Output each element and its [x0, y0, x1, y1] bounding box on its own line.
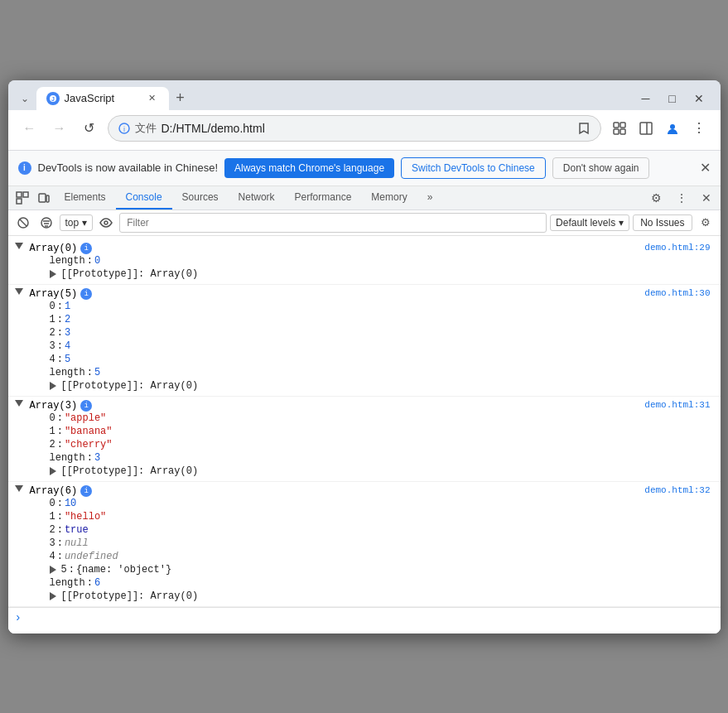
infobar-icon: i	[18, 161, 31, 175]
prompt-arrow: ›	[15, 611, 22, 624]
svg-line-17	[20, 219, 27, 226]
array-header-4: Array(6) i	[30, 485, 642, 497]
devtools-settings-button[interactable]: ⚙	[646, 187, 668, 209]
address-prefix: 文件	[135, 121, 157, 136]
close-button[interactable]: ✕	[687, 87, 711, 110]
prop-line: 3: null	[50, 537, 642, 550]
array-info-badge-3[interactable]: i	[80, 400, 92, 412]
devtools-close-button[interactable]: ✕	[696, 187, 717, 209]
nav-actions: ⋮	[608, 117, 711, 140]
toggle-2[interactable]	[8, 287, 27, 298]
context-value: top	[65, 217, 80, 229]
tab-performance[interactable]: Performance	[285, 186, 362, 210]
console-entry-1: Array(0) i length : 0 [[Prototype	[8, 239, 721, 285]
array-header-2: Array(5) i	[30, 288, 642, 300]
tab-favicon: J	[46, 92, 60, 105]
prop-line: 2: "cherry"	[50, 438, 642, 451]
array-info-badge-2[interactable]: i	[80, 288, 92, 300]
entry4-content: Array(6) i 0: 10 1: "hello" 2: true	[27, 484, 645, 605]
tab-elements[interactable]: Elements	[55, 186, 116, 210]
tab-more[interactable]: »	[417, 186, 443, 210]
issues-badge: No Issues	[633, 214, 692, 231]
prop-line: 1: "hello"	[50, 510, 642, 523]
array-header-3: Array(3) i	[30, 400, 642, 412]
prop-line: [[Prototype]]: Array(0)	[50, 590, 642, 603]
switch-devtools-button[interactable]: Switch DevTools to Chinese	[401, 157, 546, 179]
svg-point-10	[670, 124, 675, 129]
infobar-close-button[interactable]: ✕	[700, 160, 711, 176]
array-body-3: 0: "apple" 1: "banana" 2: "cherry" lengt…	[30, 412, 642, 478]
console-output: Array(0) i length : 0 [[Prototype	[8, 236, 721, 634]
tab-list-button[interactable]: ⌄	[18, 92, 31, 105]
prop-line: length: 3	[50, 451, 642, 465]
svg-rect-5	[620, 123, 625, 128]
new-tab-button[interactable]: +	[169, 87, 192, 110]
levels-dropdown[interactable]: Default levels ▾	[550, 214, 629, 231]
active-tab[interactable]: J JavaScript ✕	[36, 87, 169, 110]
filter-input[interactable]	[119, 213, 547, 233]
toggle-3[interactable]	[8, 398, 27, 410]
sidebar-button[interactable]	[634, 117, 658, 140]
filter-toggle-button[interactable]	[36, 213, 56, 233]
levels-arrow: ▾	[619, 217, 624, 229]
svg-rect-14	[39, 194, 46, 202]
extensions-button[interactable]	[608, 117, 631, 140]
minimize-button[interactable]: ─	[634, 87, 658, 110]
tab-memory[interactable]: Memory	[361, 186, 417, 210]
prop-line: length: 5	[50, 366, 642, 379]
nav-bar: ← → ↺ i 文件 D:/HTML/demo.html ⋮	[8, 110, 721, 147]
prop-line: 3: 4	[50, 340, 642, 353]
entry2-content: Array(5) i 0: 1 1: 2 2: 3	[27, 287, 645, 394]
prop-line: 4: 5	[50, 353, 642, 366]
eye-button[interactable]	[96, 213, 116, 233]
array-info-badge-4[interactable]: i	[80, 485, 92, 497]
toggle-4[interactable]	[8, 484, 27, 495]
inspect-element-button[interactable]	[12, 187, 33, 209]
maximize-button[interactable]: □	[661, 87, 684, 110]
console-entry-4: Array(6) i 0: 10 1: "hello" 2: true	[8, 482, 721, 607]
entry1-content: Array(0) i length : 0 [[Prototype	[27, 241, 645, 282]
tab-network[interactable]: Network	[229, 186, 285, 210]
svg-rect-12	[23, 192, 28, 197]
clear-console-button[interactable]	[13, 213, 33, 233]
prop-line: 2: 3	[50, 326, 642, 340]
entry2-link[interactable]: demo.html:30	[644, 287, 720, 298]
prop-line: [[Prototype]]: Array(0)	[50, 465, 642, 478]
array-label-3: Array(3)	[30, 400, 78, 412]
prop-line: [[Prototype]]: Array(0)	[50, 379, 642, 393]
back-button[interactable]: ←	[18, 117, 41, 140]
prop-line: length : 0	[50, 254, 642, 267]
tab-close-button[interactable]: ✕	[146, 92, 159, 105]
entry3-link[interactable]: demo.html:31	[644, 398, 720, 410]
address-text: D:/HTML/demo.html	[162, 122, 572, 135]
always-match-button[interactable]: Always match Chrome's language	[224, 158, 394, 178]
tab-sources[interactable]: Sources	[172, 186, 229, 210]
prop-line: [[Prototype]]: Array(0)	[50, 267, 642, 281]
array-header-1: Array(0) i	[30, 243, 642, 254]
entry3-content: Array(3) i 0: "apple" 1: "banana" 2:	[27, 398, 645, 479]
console-entry-3: Array(3) i 0: "apple" 1: "banana" 2:	[8, 397, 721, 482]
toggle-1[interactable]	[8, 241, 27, 253]
devtools-more-button[interactable]: ⋮	[671, 187, 692, 209]
device-toolbar-button[interactable]	[33, 187, 55, 209]
menu-button[interactable]: ⋮	[687, 117, 711, 140]
svg-rect-11	[17, 192, 22, 197]
tab-console[interactable]: Console	[116, 186, 172, 210]
console-settings-button[interactable]: ⚙	[696, 213, 716, 233]
entry1-link[interactable]: demo.html:29	[644, 241, 720, 253]
levels-label: Default levels	[556, 217, 615, 229]
array-info-badge-1[interactable]: i	[80, 243, 92, 254]
prop-line: 4: undefined	[50, 550, 642, 563]
bookmark-icon[interactable]	[577, 122, 591, 135]
context-select[interactable]: top ▾	[60, 214, 94, 231]
entry4-link[interactable]: demo.html:32	[644, 484, 720, 495]
refresh-button[interactable]: ↺	[78, 117, 101, 140]
profile-button[interactable]	[661, 117, 684, 140]
dont-show-button[interactable]: Don't show again	[552, 157, 650, 179]
forward-button[interactable]: →	[48, 117, 71, 140]
prop-line: 0: "apple"	[50, 412, 642, 425]
array-body-1: length : 0 [[Prototype]]: Array(0)	[30, 254, 642, 281]
address-bar[interactable]: i 文件 D:/HTML/demo.html	[108, 115, 601, 142]
tab-title: JavaScript	[65, 92, 115, 104]
svg-rect-13	[17, 199, 22, 204]
